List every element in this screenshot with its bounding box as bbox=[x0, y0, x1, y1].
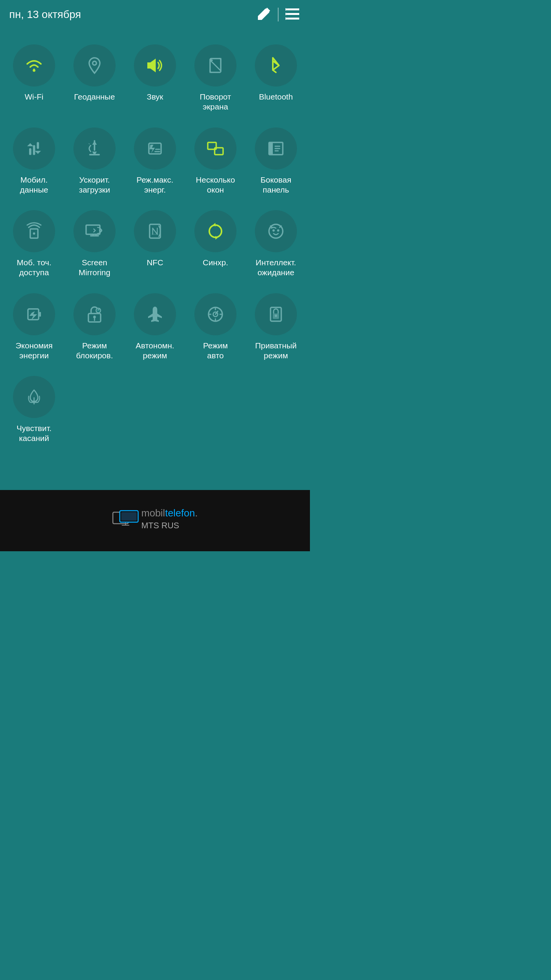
date-label: пн, 13 октября bbox=[9, 8, 81, 21]
car-mode-tile[interactable]: Режимавто bbox=[185, 286, 246, 369]
power-mode-label: Реж.макс.энерг. bbox=[137, 175, 173, 195]
airplane-label: Автономн.режим bbox=[136, 341, 174, 361]
svg-rect-35 bbox=[121, 512, 137, 521]
sound-tile[interactable]: Звук bbox=[125, 38, 185, 121]
sidebar-label: Боковаяпанель bbox=[261, 175, 292, 195]
nfc-tile[interactable]: NFC bbox=[125, 203, 185, 286]
carrier-label: MTS RUS bbox=[141, 521, 179, 531]
wifi-tile[interactable]: Wi-Fi bbox=[4, 38, 64, 121]
nfc-icon-circle bbox=[134, 210, 176, 252]
lock-mode-label: Режимблокиров. bbox=[76, 341, 113, 361]
touch-sensitivity-label: Чувствит.касаний bbox=[16, 423, 52, 444]
svg-rect-1 bbox=[287, 13, 299, 15]
hotspot-label: Моб. точ.доступа bbox=[17, 258, 51, 278]
smart-wait-label: Интеллект.ожидание bbox=[256, 258, 296, 278]
screen-mirroring-label: ScreenMirroring bbox=[79, 258, 111, 278]
svg-point-15 bbox=[33, 232, 35, 235]
svg-rect-0 bbox=[287, 8, 299, 10]
svg-point-4 bbox=[285, 13, 287, 15]
svg-rect-23 bbox=[39, 312, 41, 317]
sound-icon-circle bbox=[134, 44, 176, 87]
svg-point-17 bbox=[99, 229, 102, 232]
watermark: mobil telefon . MTS RUS bbox=[112, 507, 197, 531]
sound-label: Звук bbox=[147, 92, 163, 102]
svg-point-3 bbox=[285, 8, 287, 11]
mobiledata-label: Мобил.данные bbox=[20, 175, 48, 195]
bluetooth-label: Bluetooth bbox=[259, 92, 293, 102]
power-save-icon-circle bbox=[13, 293, 55, 335]
sync-label: Синхр. bbox=[203, 258, 228, 268]
private-icon-circle bbox=[255, 293, 297, 335]
svg-rect-16 bbox=[86, 225, 100, 234]
list-icon[interactable] bbox=[285, 7, 301, 22]
multiwindow-tile[interactable]: Несколькоокон bbox=[185, 121, 246, 204]
geodata-icon-circle bbox=[73, 44, 116, 87]
smart-wait-tile[interactable]: Интеллект.ожидание bbox=[246, 203, 306, 286]
nfc-label: NFC bbox=[147, 258, 163, 268]
svg-point-26 bbox=[96, 308, 101, 313]
mobiledata-icon-circle bbox=[13, 127, 55, 170]
header-icons bbox=[257, 7, 301, 22]
rotate-icon-circle bbox=[194, 44, 236, 87]
car-mode-label: Режимавто bbox=[203, 341, 228, 361]
airplane-icon-circle bbox=[134, 293, 176, 335]
brand-telefon: telefon bbox=[165, 507, 195, 519]
brand-dot: . bbox=[195, 507, 197, 519]
svg-rect-13 bbox=[269, 142, 273, 155]
sync-icon-circle bbox=[194, 210, 236, 252]
header-divider bbox=[278, 8, 279, 21]
svg-point-6 bbox=[33, 69, 36, 72]
geodata-label: Геоданные bbox=[74, 92, 115, 102]
download-boost-label: Ускорит.загрузки bbox=[79, 175, 110, 195]
touch-sensitivity-tile[interactable]: Чувствит.касаний bbox=[4, 369, 64, 452]
svg-point-7 bbox=[93, 61, 96, 65]
rotate-label: Поворотэкрана bbox=[200, 92, 231, 112]
download-boost-icon-circle bbox=[73, 127, 116, 170]
header: пн, 13 октября bbox=[0, 0, 310, 26]
svg-point-27 bbox=[98, 308, 100, 310]
car-mode-icon-circle bbox=[194, 293, 236, 335]
power-mode-tile[interactable]: Реж.макс.энерг. bbox=[125, 121, 185, 204]
geodata-tile[interactable]: Геоданные bbox=[64, 38, 125, 121]
smart-wait-icon-circle bbox=[255, 210, 297, 252]
quick-settings-grid: Wi-Fi Геоданные Звук bbox=[0, 26, 310, 452]
multiwindow-icon-circle bbox=[194, 127, 236, 170]
private-label: Приватныйрежим bbox=[255, 341, 297, 361]
screen-mirroring-icon-circle bbox=[73, 210, 116, 252]
lock-mode-icon-circle bbox=[73, 293, 116, 335]
touch-sensitivity-icon-circle bbox=[13, 376, 55, 418]
airplane-tile[interactable]: Автономн.режим bbox=[125, 286, 185, 369]
power-save-label: Экономияэнергии bbox=[15, 341, 52, 361]
svg-point-20 bbox=[272, 229, 275, 232]
svg-point-21 bbox=[277, 229, 279, 232]
bottom-bar: mobil telefon . MTS RUS bbox=[0, 490, 310, 551]
lock-mode-tile[interactable]: Режимблокиров. bbox=[64, 286, 125, 369]
power-save-tile[interactable]: Экономияэнергии bbox=[4, 286, 64, 369]
edit-icon[interactable] bbox=[257, 7, 271, 22]
bluetooth-tile[interactable]: Bluetooth bbox=[246, 38, 306, 121]
svg-point-5 bbox=[285, 18, 287, 20]
mobiledata-tile[interactable]: Мобил.данные bbox=[4, 121, 64, 204]
watermark-logo-icon bbox=[112, 510, 139, 528]
svg-rect-2 bbox=[287, 18, 299, 20]
multiwindow-label: Несколькоокон bbox=[196, 175, 235, 195]
sidebar-icon-circle bbox=[255, 127, 297, 170]
brand-mobil: mobil bbox=[141, 507, 165, 519]
wifi-icon-circle bbox=[13, 44, 55, 87]
private-tile[interactable]: Приватныйрежим bbox=[246, 286, 306, 369]
wifi-label: Wi-Fi bbox=[25, 92, 44, 102]
download-boost-tile[interactable]: Ускорит.загрузки bbox=[64, 121, 125, 204]
rotate-tile[interactable]: Поворотэкрана bbox=[185, 38, 246, 121]
svg-point-32 bbox=[275, 315, 277, 317]
sidebar-tile[interactable]: Боковаяпанель bbox=[246, 121, 306, 204]
bluetooth-icon-circle bbox=[255, 44, 297, 87]
screen-mirroring-tile[interactable]: ScreenMirroring bbox=[64, 203, 125, 286]
hotspot-icon-circle bbox=[13, 210, 55, 252]
sync-tile[interactable]: Синхр. bbox=[185, 203, 246, 286]
hotspot-tile[interactable]: Моб. точ.доступа bbox=[4, 203, 64, 286]
power-mode-icon-circle bbox=[134, 127, 176, 170]
